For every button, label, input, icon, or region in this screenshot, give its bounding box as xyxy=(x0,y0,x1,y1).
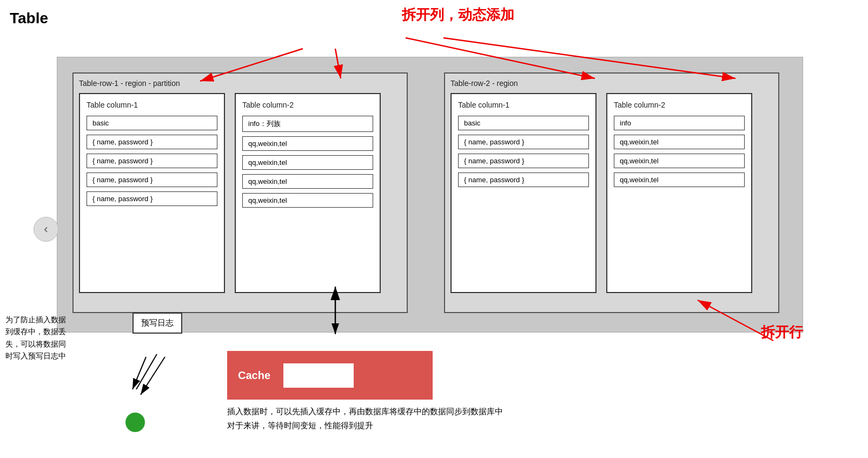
list-item: { name, password } xyxy=(87,172,217,187)
list-item: qq,weixin,tel xyxy=(614,135,745,149)
row-region-1-label: Table-row-1 - region - partition xyxy=(79,79,401,88)
annotation-split-row: 拆开行 xyxy=(761,323,803,342)
row1-col1-box: Table column-1 basic { name, password } … xyxy=(79,93,225,293)
cache-box: Cache xyxy=(227,351,433,400)
row2-col2-title: Table column-2 xyxy=(614,101,745,109)
cache-inner-box xyxy=(283,363,354,388)
svg-line-9 xyxy=(141,357,165,395)
list-item: basic xyxy=(87,116,217,130)
list-item: { name, password } xyxy=(458,154,589,168)
list-item: { name, password } xyxy=(87,135,217,149)
wal-box: 预写日志 xyxy=(132,313,182,334)
list-item: qq,weixin,tel xyxy=(242,174,373,189)
row-region-2-label: Table-row-2 - region xyxy=(450,79,773,88)
annotation-bottom: 插入数据时，可以先插入缓存中，再由数据库将缓存中的数据同步到数据库中 对于来讲，… xyxy=(227,404,503,432)
annotation-bottom-line1: 插入数据时，可以先插入缓存中，再由数据库将缓存中的数据同步到数据库中 xyxy=(227,404,503,419)
diagram-area: Table-row-1 - region - partition Table c… xyxy=(57,57,803,333)
green-circle-indicator xyxy=(125,413,145,432)
list-item: info：列族 xyxy=(242,116,373,132)
page-title: Table xyxy=(10,10,48,27)
row2-columns: Table column-1 basic { name, password } … xyxy=(450,93,773,293)
list-item: qq,weixin,tel xyxy=(614,172,745,187)
row1-col2-title: Table column-2 xyxy=(242,101,373,109)
row1-col2-box: Table column-2 info：列族 qq,weixin,tel qq,… xyxy=(235,93,381,293)
list-item: qq,weixin,tel xyxy=(242,193,373,208)
row2-col2-box: Table column-2 info qq,weixin,tel qq,wei… xyxy=(606,93,752,293)
cache-label: Cache xyxy=(238,369,270,382)
annotation-top: 拆开列，动态添加 xyxy=(402,5,514,24)
list-item: qq,weixin,tel xyxy=(242,136,373,151)
annotation-left: 为了防止插入数据到缓存中，数据丢失，可以将数据同时写入预写日志中 xyxy=(5,314,103,362)
list-item: { name, password } xyxy=(458,135,589,149)
annotation-bottom-line2: 对于来讲，等待时间变短，性能得到提升 xyxy=(227,419,503,433)
nav-prev-button[interactable]: ‹ xyxy=(34,217,58,242)
row1-col1-title: Table column-1 xyxy=(87,101,217,109)
row2-col1-title: Table column-1 xyxy=(458,101,589,109)
svg-line-10 xyxy=(136,354,157,389)
list-item: qq,weixin,tel xyxy=(614,154,745,168)
list-item: { name, password } xyxy=(458,172,589,187)
list-item: { name, password } xyxy=(87,191,217,206)
list-item: basic xyxy=(458,116,589,130)
svg-line-11 xyxy=(132,357,146,389)
list-item: qq,weixin,tel xyxy=(242,155,373,170)
list-item: { name, password } xyxy=(87,154,217,168)
row-region-2: Table-row-2 - region Table column-1 basi… xyxy=(444,72,779,313)
row-region-1: Table-row-1 - region - partition Table c… xyxy=(72,72,408,313)
annotation-left-text: 为了防止插入数据到缓存中，数据丢失，可以将数据同时写入预写日志中 xyxy=(5,315,66,360)
row2-col1-box: Table column-1 basic { name, password } … xyxy=(450,93,597,293)
list-item: info xyxy=(614,116,745,130)
row1-columns: Table column-1 basic { name, password } … xyxy=(79,93,401,293)
